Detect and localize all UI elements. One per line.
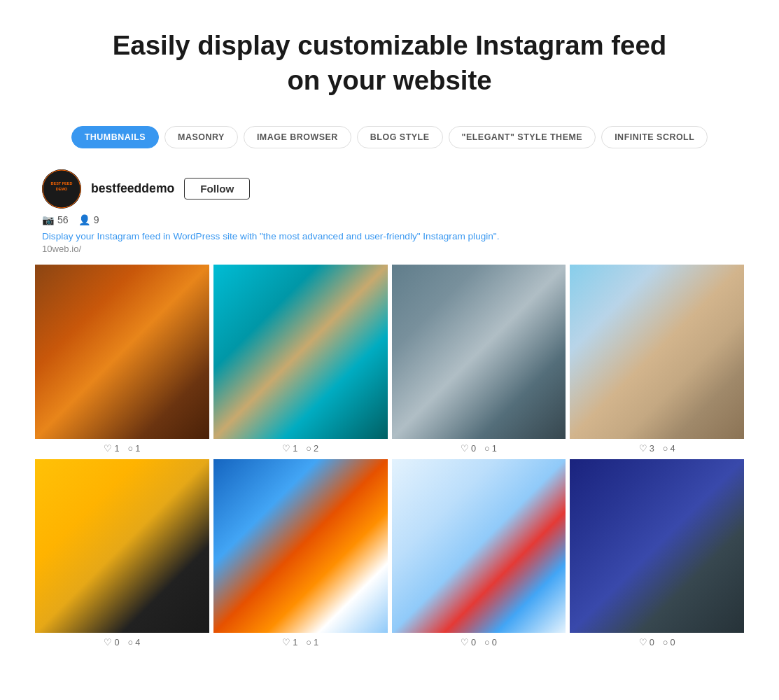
svg-text:BEST FEED: BEST FEED (51, 181, 73, 186)
image-stats-1-4: ♡3 ○4 (570, 439, 744, 459)
heart-icon: ♡ (639, 637, 647, 648)
follow-button[interactable]: Follow (184, 178, 250, 200)
image-cell-2-1: ♡0 ○4 (35, 459, 209, 654)
image-cell-2-3: ♡0 ○0 (392, 459, 566, 654)
image-boat[interactable] (213, 459, 388, 634)
image-grid: ♡1 ○1 ♡1 ○2 ♡0 ○1 ♡3 ○4 (0, 265, 779, 654)
likes-stat: ♡0 (461, 443, 476, 454)
person-icon: 👤 (78, 214, 91, 225)
likes-stat: ♡0 (639, 637, 654, 648)
image-cell-1-1: ♡1 ○1 (35, 265, 209, 459)
profile-section: BEST FEED DEMO bestfeeddemo Follow 📷 56 … (0, 162, 779, 265)
image-stats-2-4: ♡0 ○0 (570, 633, 744, 653)
heart-icon: ♡ (461, 637, 469, 648)
comments-stat: ○1 (484, 443, 497, 454)
comments-stat: ○0 (484, 637, 497, 648)
comment-icon: ○ (663, 443, 668, 454)
image-row-2: ♡0 ○4 ♡1 ○1 ♡0 ○0 ♡0 ○0 (35, 459, 744, 654)
comments-stat: ○4 (128, 637, 141, 648)
comment-icon: ○ (128, 443, 134, 454)
followers-count: 9 (94, 214, 99, 225)
image-pumpkin[interactable] (35, 265, 209, 439)
likes-stat: ♡3 (639, 443, 654, 454)
image-cell-1-3: ♡0 ○1 (392, 265, 566, 459)
image-row-1: ♡1 ○1 ♡1 ○2 ♡0 ○1 ♡3 ○4 (35, 265, 744, 459)
image-climber[interactable] (392, 459, 566, 634)
profile-url: 10web.io/ (42, 244, 737, 254)
tab-image-browser[interactable]: IMAGE BROWSER (244, 126, 351, 148)
camera-icon: 📷 (42, 214, 55, 225)
heart-icon: ♡ (461, 443, 469, 454)
profile-stats: 📷 56 👤 9 (42, 214, 737, 225)
image-stats-2-2: ♡1 ○1 (213, 633, 388, 653)
comments-stat: ○4 (663, 443, 675, 454)
tab-masonry[interactable]: MASONRY (164, 126, 238, 148)
image-door[interactable] (35, 459, 209, 634)
profile-bio: Display your Instagram feed in WordPress… (42, 231, 737, 241)
image-teapot[interactable] (570, 459, 744, 634)
likes-stat: ♡1 (104, 443, 119, 454)
avatar: BEST FEED DEMO (42, 169, 81, 209)
image-cell-2-4: ♡0 ○0 (570, 459, 744, 654)
heart-icon: ♡ (639, 443, 647, 454)
image-stats-1-1: ♡1 ○1 (35, 439, 209, 459)
hero-section: Easily display customizable Instagram fe… (0, 0, 779, 119)
tab-infinite-scroll[interactable]: INFINITE SCROLL (601, 126, 708, 148)
image-cell-1-4: ♡3 ○4 (570, 265, 744, 459)
profile-header: BEST FEED DEMO bestfeeddemo Follow (42, 169, 737, 209)
image-stats-2-3: ♡0 ○0 (392, 633, 566, 653)
heart-icon: ♡ (104, 443, 112, 454)
comment-icon: ○ (663, 637, 668, 648)
photos-stat: 📷 56 (42, 214, 69, 225)
image-aerial[interactable] (213, 265, 388, 439)
likes-stat: ♡0 (461, 637, 476, 648)
comment-icon: ○ (484, 637, 490, 648)
comments-stat: ○1 (128, 443, 141, 454)
tab-thumbnails[interactable]: THUMBNAILS (71, 126, 159, 148)
image-stats-1-3: ♡0 ○1 (392, 439, 566, 459)
image-cell-1-2: ♡1 ○2 (213, 265, 388, 459)
tab-elegant[interactable]: "ELEGANT" STYLE THEME (449, 126, 596, 148)
photos-count: 56 (57, 214, 69, 225)
comments-stat: ○2 (306, 443, 318, 454)
svg-text:DEMO: DEMO (56, 187, 68, 191)
likes-stat: ♡1 (282, 443, 297, 454)
heart-icon: ♡ (104, 637, 112, 648)
likes-stat: ♡1 (282, 637, 297, 648)
comment-icon: ○ (128, 637, 134, 648)
heart-icon: ♡ (282, 443, 290, 454)
tab-blog-style[interactable]: BLOG STYLE (357, 126, 443, 148)
heart-icon: ♡ (282, 637, 290, 648)
hero-title: Easily display customizable Instagram fe… (14, 28, 765, 98)
followers-stat: 👤 9 (78, 214, 99, 225)
image-stats-2-1: ♡0 ○4 (35, 633, 209, 653)
image-building[interactable] (392, 265, 566, 439)
comments-stat: ○1 (306, 637, 318, 648)
profile-username: bestfeeddemo (91, 181, 174, 196)
tab-bar: THUMBNAILS MASONRY IMAGE BROWSER BLOG ST… (0, 119, 779, 162)
comment-icon: ○ (306, 443, 311, 454)
comment-icon: ○ (306, 637, 311, 648)
image-stats-1-2: ♡1 ○2 (213, 439, 388, 459)
likes-stat: ♡0 (104, 637, 119, 648)
comment-icon: ○ (484, 443, 490, 454)
image-cell-2-2: ♡1 ○1 (213, 459, 388, 654)
image-surfer[interactable] (570, 265, 744, 439)
comments-stat: ○0 (663, 637, 675, 648)
